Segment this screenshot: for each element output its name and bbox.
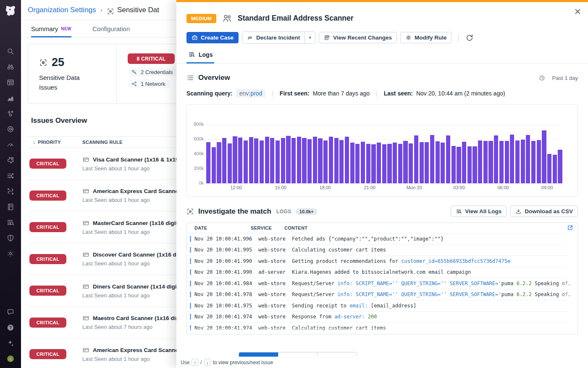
summary-count-block: 25 Sensitive Data Issues xyxy=(28,44,116,103)
datadog-logo-icon[interactable] xyxy=(3,3,18,18)
apm-icon[interactable] xyxy=(6,125,15,133)
log-table-header: DATE SERVICE CONTENT xyxy=(187,223,578,233)
chart-bar xyxy=(403,141,407,183)
chart-bar xyxy=(254,138,258,183)
scan-eye-icon xyxy=(39,58,47,67)
summary-chip-label: 1 Network xyxy=(141,81,165,87)
log-text: puma xyxy=(501,281,517,286)
chart-bar xyxy=(371,144,375,183)
log-link[interactable]: SERVER_SOFTWARE=' xyxy=(450,291,501,297)
log-text: Response from xyxy=(292,314,334,320)
log-pipelines-icon[interactable] xyxy=(6,172,15,180)
scanning-rule-name[interactable]: MasterCard Scanner (1x16 digits xyxy=(93,220,181,226)
log-row[interactable]: Nov 20 10:00:41.974web-storeCalculating … xyxy=(187,322,578,334)
metrics-icon[interactable] xyxy=(6,94,15,102)
log-link[interactable]: info: xyxy=(337,291,355,297)
log-service: web-store xyxy=(258,303,292,309)
summary-chip[interactable]: 2 Credentials xyxy=(128,68,178,77)
column-priority[interactable]: PRIORITY xyxy=(38,140,60,145)
refresh-icon[interactable] xyxy=(465,34,474,42)
create-case-button[interactable]: Create Case xyxy=(186,32,239,43)
log-link[interactable]: ad-server: xyxy=(334,314,365,320)
column-date[interactable]: DATE xyxy=(187,225,251,230)
scanning-rule-name[interactable]: American Express Card Scanner xyxy=(93,347,181,353)
chevron-down-icon[interactable]: ▾ xyxy=(304,32,315,43)
log-row[interactable]: Nov 20 10:00:41.974web-storeResponse fro… xyxy=(187,311,578,323)
close-icon[interactable]: ✕ xyxy=(574,7,581,16)
declare-incident-button[interactable]: Declare Incident xyxy=(242,32,304,43)
log-content: Kiara.Hagenes added to bitssocialnetwork… xyxy=(292,269,578,275)
sort-descending-icon[interactable]: ↓ xyxy=(33,139,35,145)
integrations-icon[interactable] xyxy=(6,156,15,164)
log-text: Kiara.Hagenes added to bitssocialnetwork… xyxy=(292,269,471,275)
log-service: web-store xyxy=(258,236,292,242)
log-link[interactable]: SCRIPT_NAME='' xyxy=(356,281,401,286)
tab-configuration[interactable]: Configuration xyxy=(92,20,130,37)
security-shield-icon[interactable] xyxy=(6,234,15,242)
service-gauge-icon[interactable] xyxy=(6,140,15,149)
avatar-icon[interactable] xyxy=(6,355,15,363)
time-range[interactable]: Past 1 day xyxy=(539,75,578,81)
search-icon[interactable] xyxy=(6,47,15,56)
ci-link-icon[interactable] xyxy=(6,187,15,196)
scanning-rule-name[interactable]: Maestro Card Scanner (1x16 dig xyxy=(93,315,179,321)
column-content[interactable]: CONTENT xyxy=(284,225,578,230)
issues-count: 25 xyxy=(52,56,64,69)
scanning-rule-name[interactable]: Diners Card Scanner (1x14 digits xyxy=(93,283,182,290)
log-link[interactable]: customer_id=655b66933bdfcc5736d7475e xyxy=(401,258,510,264)
log-link[interactable]: QUERY_STRING='' xyxy=(401,291,450,297)
processes-icon[interactable] xyxy=(6,109,15,118)
tab-summary[interactable]: Summary NEW xyxy=(31,20,71,37)
log-link[interactable]: SERVER_SOFTWARE=' xyxy=(450,281,501,286)
log-search-icon[interactable] xyxy=(6,218,15,227)
column-service[interactable]: SERVICE xyxy=(251,225,284,230)
x-tick-label: 15:00 xyxy=(275,185,286,190)
column-scanning-rule[interactable]: SCANNING RULE xyxy=(82,140,123,145)
log-content: Request/Server info: SCRIPT_NAME='' QUER… xyxy=(292,291,578,297)
log-date: Nov 20 10:00:41.974 xyxy=(194,314,258,320)
scanning-rule-name[interactable]: American Express Card Scanner xyxy=(93,188,181,194)
log-status-indicator xyxy=(190,314,191,320)
dashboards-icon[interactable] xyxy=(6,78,15,87)
scanning-rule-name[interactable]: Discover Card Scanner (1x16 dig xyxy=(93,252,181,258)
log-row[interactable]: Nov 20 10:00:41.978web-storeRequest/Serv… xyxy=(187,289,578,300)
open-in-new-icon[interactable] xyxy=(567,225,573,231)
credit-card-icon xyxy=(82,315,89,322)
view-recent-changes-button[interactable]: View Recent Changes xyxy=(319,32,397,43)
chart-bar xyxy=(446,135,450,183)
chart-bar xyxy=(488,141,493,184)
chart-bar xyxy=(547,154,551,183)
view-all-logs-button[interactable]: View All Logs xyxy=(451,206,507,217)
log-link[interactable]: SCRIPT_NAME='' xyxy=(356,291,401,297)
log-row[interactable]: Nov 20 10:00:41.990ad-serverKiara.Hagene… xyxy=(187,267,578,278)
settings-orbit-icon[interactable] xyxy=(6,249,15,258)
log-row[interactable]: Nov 20 10:00:41.984web-storeRequest/Serv… xyxy=(187,278,578,289)
x-tick-label: 21:00 xyxy=(364,185,375,190)
critical-count-badge[interactable]: 8 CRITICAL xyxy=(128,53,175,64)
log-row[interactable]: Nov 20 10:00:41.996web-storeFetched ads … xyxy=(187,233,578,244)
log-link[interactable]: QUERY_STRING='' xyxy=(401,281,450,286)
help-icon[interactable]: ? xyxy=(6,323,15,332)
download-csv-button[interactable]: Download as CSV xyxy=(510,206,578,217)
log-text: Speaking of… xyxy=(532,291,571,297)
x-tick-mark xyxy=(370,182,370,184)
log-row[interactable]: Nov 20 10:00:41.995web-storeCalculating … xyxy=(187,244,578,256)
log-link[interactable]: email: xyxy=(349,303,368,309)
arrow-down-key: ↓ xyxy=(204,359,211,366)
breadcrumb-root-link[interactable]: Organization Settings xyxy=(28,6,96,14)
chart-bar xyxy=(366,144,370,183)
modify-rule-button[interactable]: Modify Rule xyxy=(400,32,452,43)
scanning-query-chip[interactable]: env:prod xyxy=(236,89,266,98)
scanning-rule-name[interactable]: Visa Card Scanner (1x16 & 1x19 xyxy=(93,156,179,163)
binoculars-icon[interactable] xyxy=(6,63,15,71)
log-row[interactable]: Nov 20 10:00:41.990web-storeGetting prod… xyxy=(187,255,578,267)
chart-bar xyxy=(212,147,216,183)
summary-chip[interactable]: 1 Network xyxy=(128,79,171,88)
log-row[interactable]: Nov 20 10:00:41.975web-storeSending rece… xyxy=(187,300,578,311)
notebook-icon[interactable] xyxy=(6,203,15,211)
chat-icon[interactable] xyxy=(6,308,15,316)
tab-logs[interactable]: Logs xyxy=(186,51,214,63)
chart-bar xyxy=(499,141,504,184)
log-link[interactable]: info: xyxy=(337,281,355,286)
sparkles-icon[interactable] xyxy=(6,339,15,347)
